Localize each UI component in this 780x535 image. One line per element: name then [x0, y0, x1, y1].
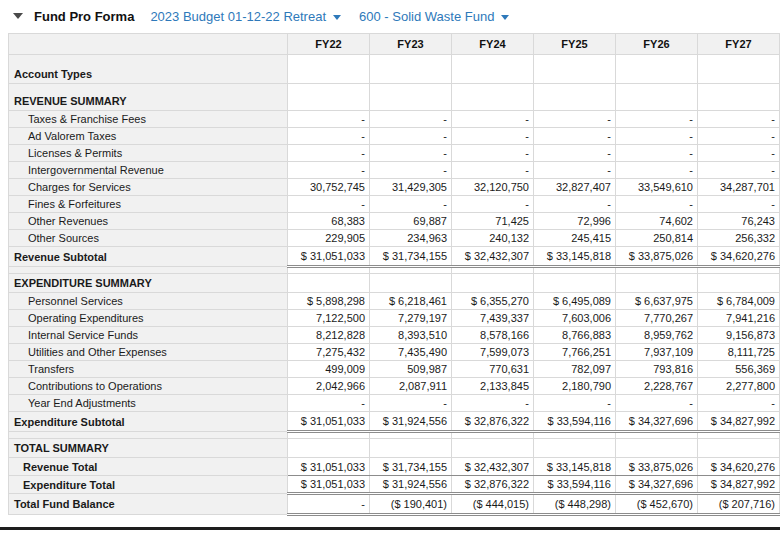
- cell-fy22: [288, 55, 370, 84]
- row-label: TOTAL SUMMARY: [9, 439, 288, 458]
- cell-fy23: 8,393,510: [370, 327, 452, 344]
- column-header-fy27: FY27: [698, 34, 780, 55]
- cell-fy23: [370, 439, 452, 458]
- column-header-fy26: FY26: [616, 34, 698, 55]
- cell-fy23: [370, 55, 452, 84]
- cell-fy25: 32,827,407: [534, 179, 616, 196]
- cell-fy23: -: [370, 111, 452, 128]
- cell-fy26: -: [616, 162, 698, 179]
- cell-fy27: 2,277,800: [698, 378, 780, 395]
- cell-fy26: 793,816: [616, 361, 698, 378]
- table-row: Expenditure Subtotal$ 31,051,033$ 31,924…: [9, 412, 780, 432]
- cell-fy25: $ 33,145,818: [534, 458, 616, 476]
- cell-fy22: 499,009: [288, 361, 370, 378]
- cell-fy22: [288, 274, 370, 293]
- row-label: Charges for Services: [9, 179, 288, 196]
- column-header-fy25: FY25: [534, 34, 616, 55]
- row-label: Licenses & Permits: [9, 145, 288, 162]
- cell-fy22: $ 31,051,033: [288, 476, 370, 494]
- table-row: Fines & Forfeitures------: [9, 196, 780, 213]
- cell-fy24: [452, 84, 534, 111]
- row-label: Utilities and Other Expenses: [9, 344, 288, 361]
- cell-fy27: $ 34,620,276: [698, 458, 780, 476]
- budget-dropdown[interactable]: 2023 Budget 01-12-22 Retreat: [150, 9, 341, 24]
- cell-fy25: [534, 267, 616, 274]
- cell-fy25: [534, 439, 616, 458]
- cell-fy25: [534, 432, 616, 439]
- cell-fy26: -: [616, 145, 698, 162]
- cell-fy26: [616, 84, 698, 111]
- cell-fy22: -: [288, 494, 370, 515]
- cell-fy26: -: [616, 111, 698, 128]
- table-row: Other Sources229,905234,963240,132245,41…: [9, 230, 780, 247]
- cell-fy27: 556,369: [698, 361, 780, 378]
- cell-fy25: 245,415: [534, 230, 616, 247]
- cell-fy24: [452, 432, 534, 439]
- cell-fy24: -: [452, 111, 534, 128]
- row-label: Contributions to Operations: [9, 378, 288, 395]
- cell-fy27: -: [698, 128, 780, 145]
- cell-fy22: [288, 439, 370, 458]
- cell-fy27: -: [698, 111, 780, 128]
- cell-fy25: [534, 55, 616, 84]
- cell-fy22: [288, 432, 370, 439]
- cell-fy24: -: [452, 395, 534, 412]
- cell-fy27: [698, 439, 780, 458]
- cell-fy24: [452, 439, 534, 458]
- row-label: Ad Valorem Taxes: [9, 128, 288, 145]
- cell-fy24: 7,439,337: [452, 310, 534, 327]
- spacer-row: [9, 432, 780, 439]
- cell-fy26: -: [616, 395, 698, 412]
- cell-fy22: 7,122,500: [288, 310, 370, 327]
- cell-fy24: [452, 55, 534, 84]
- cell-fy26: [616, 274, 698, 293]
- row-label: [9, 432, 288, 439]
- cell-fy23: 7,435,490: [370, 344, 452, 361]
- cell-fy23: $ 6,218,461: [370, 293, 452, 310]
- cell-fy22: 7,275,432: [288, 344, 370, 361]
- cell-fy25: 2,180,790: [534, 378, 616, 395]
- cell-fy27: 9,156,873: [698, 327, 780, 344]
- cell-fy27: 8,111,725: [698, 344, 780, 361]
- cell-fy27: 7,941,216: [698, 310, 780, 327]
- cell-fy22: $ 31,051,033: [288, 247, 370, 267]
- cell-fy24: 240,132: [452, 230, 534, 247]
- cell-fy24: 7,599,073: [452, 344, 534, 361]
- cell-fy27: 34,287,701: [698, 179, 780, 196]
- cell-fy22: -: [288, 395, 370, 412]
- cell-fy23: -: [370, 395, 452, 412]
- cell-fy27: [698, 274, 780, 293]
- cell-fy23: [370, 432, 452, 439]
- cell-fy24: 8,578,166: [452, 327, 534, 344]
- cell-fy23: -: [370, 128, 452, 145]
- cell-fy23: $ 31,734,155: [370, 247, 452, 267]
- cell-fy26: 2,228,767: [616, 378, 698, 395]
- cell-fy25: $ 33,594,116: [534, 476, 616, 494]
- triangle-down-icon: [13, 13, 23, 19]
- cell-fy22: 30,752,745: [288, 179, 370, 196]
- cell-fy26: -: [616, 128, 698, 145]
- cell-fy25: ($ 448,298): [534, 494, 616, 515]
- cell-fy23: 2,087,911: [370, 378, 452, 395]
- cell-fy25: $ 33,594,116: [534, 412, 616, 432]
- table-row: Revenue Subtotal$ 31,051,033$ 31,734,155…: [9, 247, 780, 267]
- fund-dropdown[interactable]: 600 - Solid Waste Fund: [359, 9, 509, 24]
- collapse-section-button[interactable]: [10, 8, 26, 24]
- table-row: Account Types: [9, 55, 780, 84]
- table-row: Operating Expenditures7,122,5007,279,197…: [9, 310, 780, 327]
- cell-fy25: -: [534, 145, 616, 162]
- cell-fy22: [288, 267, 370, 274]
- cell-fy25: -: [534, 395, 616, 412]
- cell-fy26: [616, 55, 698, 84]
- cell-fy24: ($ 444,015): [452, 494, 534, 515]
- page-title: Fund Pro Forma: [34, 9, 134, 24]
- cell-fy24: -: [452, 128, 534, 145]
- cell-fy25: -: [534, 128, 616, 145]
- row-label: REVENUE SUMMARY: [9, 84, 288, 111]
- cell-fy27: -: [698, 196, 780, 213]
- table-header: FY22FY23FY24FY25FY26FY27: [9, 34, 780, 55]
- cell-fy26: 33,549,610: [616, 179, 698, 196]
- spacer-row: [9, 267, 780, 274]
- table-row: Revenue Total$ 31,051,033$ 31,734,155$ 3…: [9, 458, 780, 476]
- cell-fy27: 76,243: [698, 213, 780, 230]
